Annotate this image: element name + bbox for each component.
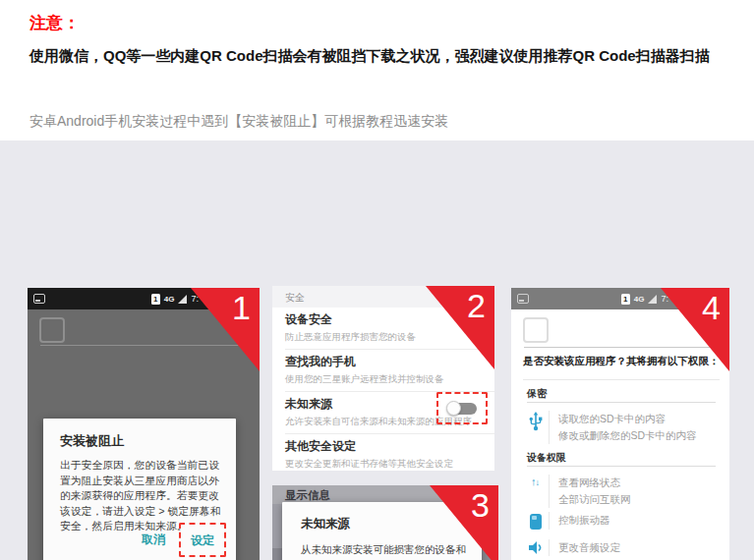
settings-button[interactable]: 设定 (191, 532, 214, 549)
permission-text: 查看网络状态 (558, 475, 631, 491)
dialog-body-text: 从未知来源安装可能损害您的设备和个人数据。轻敲确定，即表示您同意对因使用这些应用… (301, 541, 468, 560)
window-status-icon (517, 294, 529, 304)
cancel-button[interactable]: 取消 (142, 532, 165, 548)
network-arrows-icon: ↑↓ (525, 475, 547, 508)
permission-text: 控制振动器 (558, 512, 610, 529)
notice-body-text: 使用微信，QQ等一些内建QR Code扫描会有被阻挡下载之状况，强烈建议使用推荐… (29, 41, 742, 71)
step-number: 3 (471, 485, 490, 525)
list-item-find-my-phone[interactable]: 查找我的手机 使用您的三星账户远程查找并控制设备 (272, 350, 494, 391)
app-icon-placeholder (523, 317, 549, 343)
highlight-box-toggle (436, 392, 488, 424)
dimmed-list-text: 显示信息 (285, 488, 330, 503)
app-icon-placeholder (39, 317, 65, 343)
highlight-box-settings: 设定 (179, 523, 226, 557)
notification-badge: 1 (151, 294, 160, 305)
install-question-title: 是否安装该应用程序？其将拥有以下权限： (523, 355, 722, 368)
signal-strength-icon (178, 295, 187, 304)
notification-badge: 1 (621, 294, 630, 305)
unknown-sources-toggle[interactable] (446, 401, 478, 417)
step-number: 1 (232, 288, 251, 327)
step-number: 2 (467, 286, 486, 325)
section-privacy: 保密 (527, 387, 547, 401)
install-blocked-dialog: 安装被阻止 出于安全原因，您的设备当前已设置为阻止安装从三星应用商店以外的来源获… (43, 419, 236, 560)
tutorial-subtitle: 安卓Android手机安装过程中遇到【安装被阻止】可根据教程迅速安装 (29, 113, 448, 131)
permission-text: 全部访问互联网 (558, 491, 631, 508)
screenshot-step4: 1 4G 7: 是否安装该应用程序？其将拥有以下权限： 保密 (511, 288, 729, 560)
divider (40, 345, 252, 346)
network-type-indicator: 4G (164, 295, 175, 304)
permission-text: 修改或删除您的SD卡中的内容 (558, 427, 697, 444)
step-number: 4 (702, 288, 721, 327)
divider (524, 347, 722, 348)
screenshot-step1: 1 4G 7: 安装被阻止 出于安全原因，您的设备当前已设置为阻止安装从三星应用… (28, 288, 260, 560)
signal-strength-icon (648, 295, 657, 304)
speaker-icon (525, 539, 547, 556)
divider (527, 466, 716, 467)
usb-storage-icon (525, 411, 547, 444)
window-status-icon (33, 294, 45, 304)
divider (523, 379, 720, 380)
divider (527, 402, 716, 403)
list-item-other-security[interactable]: 其他安全设定 更改安全更新和证书存储等其他安全设定 (272, 434, 494, 471)
dialog-title: 未知来源 (301, 516, 350, 532)
vibration-icon (525, 512, 547, 530)
permission-text: 更改音频设定 (558, 539, 620, 556)
permission-sd-card: 读取您的SD卡中的内容 修改或删除您的SD卡中的内容 (525, 411, 697, 444)
permission-text: 读取您的SD卡中的内容 (558, 411, 697, 427)
dialog-title: 安装被阻止 (60, 432, 124, 450)
notice-heading: 注意： (29, 12, 80, 34)
step-triangle: 1 (191, 288, 260, 371)
screenshot-step2: 安全 设备安全 防止恶意应用程序损害您的设备 查找我的手机 使用您的三星账户远程… (272, 286, 494, 471)
list-item-unknown-sources[interactable]: 未知来源 允许安装来自可信来源和未知来源的应用程序 (272, 392, 494, 433)
permission-audio: 更改音频设定 (525, 539, 620, 556)
permission-vibration: 控制振动器 (525, 512, 610, 530)
permission-network: ↑↓ 查看网络状态 全部访问互联网 (525, 475, 631, 508)
screenshot-strip: 1 4G 7: 安装被阻止 出于安全原因，您的设备当前已设置为阻止安装从三星应用… (0, 140, 754, 560)
screenshot-step3: 显示信息 在 安 设 安 设 防 查 使 未 允许安装来自可信来源和未知来源的应… (272, 485, 498, 560)
network-type-indicator: 4G (634, 295, 645, 304)
section-device-permissions: 设备权限 (527, 451, 566, 465)
